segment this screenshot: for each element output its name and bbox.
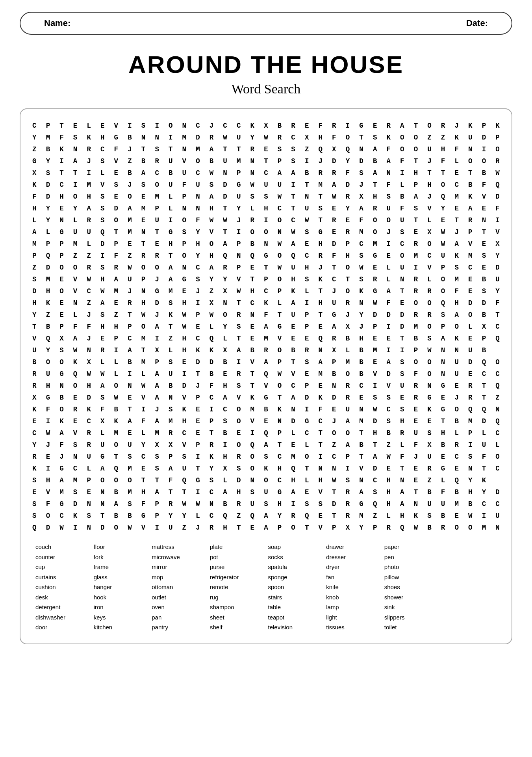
grid-cell: A: [395, 487, 409, 498]
grid-cell: M: [191, 144, 205, 156]
grid-cell: L: [450, 156, 463, 167]
grid-cell: M: [450, 191, 463, 203]
grid-cell: U: [178, 463, 191, 475]
grid-cell: R: [150, 156, 164, 167]
grid-cell: O: [232, 439, 246, 451]
grid-cell: D: [368, 309, 382, 321]
grid-cell: C: [273, 203, 287, 215]
grid-cell: S: [96, 262, 109, 274]
grid-cell: F: [450, 286, 463, 298]
grid-cell: M: [164, 416, 178, 428]
grid-cell: V: [463, 238, 477, 250]
grid-cell: T: [123, 404, 137, 416]
grid-cell: M: [354, 416, 368, 428]
grid-cell: Y: [191, 227, 205, 238]
grid-cell: R: [232, 309, 246, 321]
grid-cell: O: [246, 227, 260, 238]
grid-cell: K: [41, 298, 55, 309]
grid-cell: J: [82, 333, 96, 345]
word-item: hanger: [94, 582, 148, 592]
grid-cell: D: [327, 238, 341, 250]
grid-cell: S: [150, 144, 164, 156]
grid-cell: Q: [436, 191, 450, 203]
grid-cell: T: [477, 392, 491, 404]
grid-cell: C: [218, 120, 232, 132]
grid-cell: S: [178, 451, 191, 463]
grid-cell: N: [354, 404, 368, 416]
grid-cell: C: [491, 368, 504, 380]
grid-cell: E: [82, 487, 96, 498]
grid-cell: T: [246, 380, 260, 392]
grid-cell: H: [395, 416, 409, 428]
grid-cell: S: [436, 309, 450, 321]
grid-cell: E: [477, 203, 491, 215]
grid-cell: L: [450, 428, 463, 439]
grid-cell: Y: [178, 510, 191, 522]
grid-cell: X: [259, 120, 273, 132]
grid-cell: R: [368, 203, 382, 215]
grid-cell: C: [327, 451, 341, 463]
grid-cell: S: [382, 392, 395, 404]
grid-cell: B: [273, 120, 287, 132]
grid-cell: B: [368, 156, 382, 167]
grid-cell: W: [259, 132, 273, 144]
grid-cell: J: [327, 416, 341, 428]
grid-cell: H: [82, 380, 96, 392]
grid-cell: J: [450, 392, 463, 404]
grid-cell: N: [327, 463, 341, 475]
grid-cell: O: [96, 475, 109, 487]
grid-cell: N: [246, 475, 260, 487]
grid-cell: I: [341, 120, 355, 132]
grid-cell: H: [313, 475, 327, 487]
grid-cell: Y: [477, 487, 491, 498]
grid-cell: I: [246, 428, 260, 439]
grid-cell: G: [273, 321, 287, 333]
grid-cell: K: [382, 132, 395, 144]
grid-cell: Z: [491, 392, 504, 404]
grid-cell: X: [28, 167, 41, 179]
grid-cell: O: [273, 345, 287, 357]
grid-cell: L: [395, 439, 409, 451]
grid-cell: Q: [491, 333, 504, 345]
grid-cell: U: [164, 368, 178, 380]
grid-cell: C: [368, 475, 382, 487]
grid-cell: U: [123, 274, 137, 286]
word-item: iron: [94, 602, 148, 612]
grid-cell: P: [178, 238, 191, 250]
grid-cell: G: [55, 368, 69, 380]
grid-cell: F: [477, 179, 491, 191]
grid-cell: O: [178, 215, 191, 227]
word-item: plate: [210, 542, 264, 552]
grid-cell: N: [246, 156, 260, 167]
grid-cell: L: [218, 333, 232, 345]
grid-cell: F: [259, 309, 273, 321]
word-item: cushion: [35, 582, 90, 592]
grid-cell: O: [69, 380, 82, 392]
grid-cell: S: [96, 309, 109, 321]
grid-cell: R: [246, 144, 260, 156]
grid-cell: X: [491, 238, 504, 250]
grid-cell: T: [423, 167, 436, 179]
grid-cell: W: [327, 475, 341, 487]
grid-cell: E: [286, 321, 300, 333]
grid-cell: O: [69, 262, 82, 274]
grid-cell: K: [28, 179, 41, 191]
grid-cell: F: [55, 439, 69, 451]
grid-cell: P: [150, 203, 164, 215]
grid-cell: Z: [423, 132, 436, 144]
word-item: counter: [35, 552, 90, 562]
grid-cell: H: [41, 286, 55, 298]
grid-cell: H: [191, 238, 205, 250]
grid-cell: E: [191, 416, 205, 428]
word-item: floor: [94, 542, 148, 552]
grid-cell: N: [246, 167, 260, 179]
grid-cell: E: [368, 357, 382, 368]
grid-cell: N: [218, 298, 232, 309]
grid-cell: W: [96, 368, 109, 380]
grid-cell: F: [55, 132, 69, 144]
grid-cell: W: [218, 132, 232, 144]
grid-cell: G: [28, 156, 41, 167]
word-search-grid: CPTELEVISIONCJCCKXBREFRIGERATORJKPKYMFSK…: [28, 120, 504, 534]
grid-cell: J: [354, 321, 368, 333]
grid-cell: O: [423, 120, 436, 132]
